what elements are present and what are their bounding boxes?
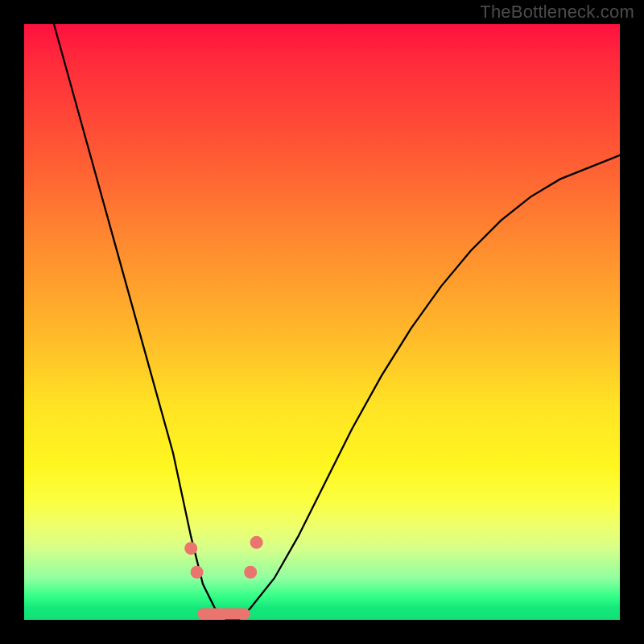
gradient-plot-area bbox=[24, 24, 620, 620]
valley-marker-dot bbox=[244, 566, 257, 579]
curve-layer bbox=[24, 24, 620, 620]
bottleneck-curve bbox=[54, 24, 620, 620]
valley-marker-dot bbox=[191, 566, 204, 579]
watermark-text: TheBottleneck.com bbox=[480, 2, 634, 23]
valley-marker-dot bbox=[184, 542, 197, 555]
chart-frame: TheBottleneck.com bbox=[0, 0, 644, 644]
valley-marker-dot bbox=[250, 536, 263, 549]
